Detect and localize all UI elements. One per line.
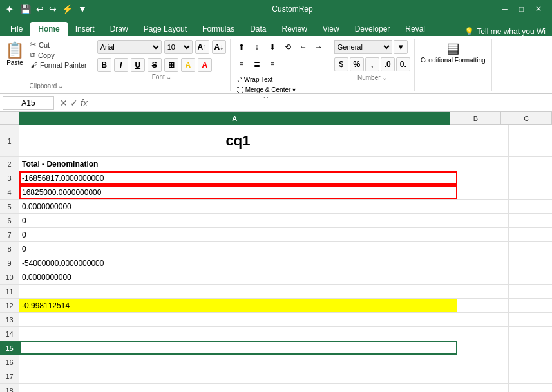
- row-header-10[interactable]: 10: [0, 270, 19, 284]
- thousands-btn[interactable]: ,: [365, 57, 379, 71]
- cell-B6[interactable]: [457, 214, 509, 227]
- cell-C14[interactable]: [509, 327, 552, 341]
- cell-C15[interactable]: [509, 341, 552, 355]
- cell-B9[interactable]: [457, 256, 509, 270]
- row-header-8[interactable]: 8: [0, 242, 19, 256]
- cell-A16[interactable]: [19, 355, 457, 369]
- cell-B1[interactable]: [457, 125, 509, 156]
- cut-button[interactable]: ✂ Cut: [28, 40, 89, 50]
- cell-C1[interactable]: [509, 125, 552, 156]
- cell-A17[interactable]: [19, 369, 457, 383]
- cell-C5[interactable]: [509, 200, 552, 213]
- col-header-B[interactable]: B: [450, 112, 501, 125]
- cell-C6[interactable]: [509, 214, 552, 227]
- save-qat-btn[interactable]: 💾: [19, 4, 32, 14]
- flash-qat-btn[interactable]: ⚡: [61, 4, 74, 14]
- clipboard-expand-icon[interactable]: ⌄: [58, 82, 63, 89]
- align-right-btn[interactable]: ≡: [265, 57, 280, 71]
- cell-C16[interactable]: [509, 355, 552, 369]
- increase-decimal-btn[interactable]: .0: [381, 57, 395, 71]
- row-header-16[interactable]: 16: [0, 355, 19, 369]
- row-header-13[interactable]: 13: [0, 313, 19, 326]
- cell-B3[interactable]: [457, 171, 509, 185]
- cell-C17[interactable]: [509, 369, 552, 383]
- tab-reval[interactable]: Reval: [397, 22, 433, 36]
- tab-insert[interactable]: Insert: [68, 22, 102, 36]
- cell-A5[interactable]: 0.0000000000: [19, 200, 457, 213]
- cell-C10[interactable]: [509, 270, 552, 284]
- align-bottom-btn[interactable]: ⬇: [265, 40, 280, 54]
- cell-A3[interactable]: -16856817.0000000000: [19, 171, 457, 185]
- cell-C8[interactable]: [509, 242, 552, 256]
- row-header-1[interactable]: 1: [0, 125, 19, 156]
- cell-A2[interactable]: Total - Denomination: [19, 157, 457, 171]
- tab-page-layout[interactable]: Page Layout: [136, 22, 195, 36]
- italic-btn[interactable]: I: [114, 58, 128, 72]
- merge-center-dropdown-icon[interactable]: ▾: [292, 86, 296, 93]
- cell-A12[interactable]: -0.998112514: [19, 299, 457, 312]
- cell-C7[interactable]: [509, 228, 552, 241]
- row-header-17[interactable]: 17: [0, 369, 19, 383]
- tab-view[interactable]: View: [315, 22, 347, 36]
- undo-qat-btn[interactable]: ↩: [35, 4, 45, 14]
- cell-B8[interactable]: [457, 242, 509, 256]
- wrap-text-btn[interactable]: ⇌ Wrap Text: [234, 75, 326, 84]
- align-center-btn[interactable]: ≣: [250, 57, 264, 71]
- row-header-11[interactable]: 11: [0, 285, 19, 298]
- cell-B11[interactable]: [457, 285, 509, 298]
- cell-B16[interactable]: [457, 355, 509, 369]
- insert-function-btn[interactable]: fx: [81, 98, 88, 108]
- tab-developer[interactable]: Developer: [347, 22, 398, 36]
- cell-A15[interactable]: [19, 341, 457, 355]
- increase-font-size-btn[interactable]: A↑: [195, 40, 209, 54]
- cell-A14[interactable]: [19, 327, 457, 341]
- cell-C2[interactable]: [509, 157, 552, 171]
- cancel-formula-btn[interactable]: ✕: [60, 98, 68, 108]
- number-format-select[interactable]: General: [334, 40, 392, 54]
- font-family-select[interactable]: Arial: [97, 40, 162, 54]
- tell-me-box[interactable]: 💡 Tell me what you Wi: [458, 27, 552, 36]
- col-header-C[interactable]: C: [501, 112, 552, 125]
- indent-decrease-btn[interactable]: ←: [296, 40, 310, 54]
- conditional-formatting-btn[interactable]: ▤ Conditional Formatting: [421, 40, 486, 64]
- cell-C9[interactable]: [509, 256, 552, 270]
- font-expand-icon[interactable]: ⌄: [166, 73, 171, 80]
- cell-C3[interactable]: [509, 171, 552, 185]
- qat-dropdown-btn[interactable]: ▼: [77, 4, 88, 14]
- accounting-btn[interactable]: $: [334, 57, 348, 71]
- row-header-5[interactable]: 5: [0, 200, 19, 213]
- row-header-18[interactable]: 18: [0, 384, 19, 392]
- formula-input[interactable]: [90, 98, 549, 107]
- cell-B2[interactable]: [457, 157, 509, 171]
- font-size-select[interactable]: 10: [164, 40, 193, 54]
- confirm-formula-btn[interactable]: ✓: [70, 98, 78, 108]
- cell-C11[interactable]: [509, 285, 552, 298]
- row-header-2[interactable]: 2: [0, 157, 19, 171]
- align-middle-btn[interactable]: ↕: [250, 40, 264, 54]
- cell-A4[interactable]: 16825000.0000000000: [19, 185, 457, 199]
- cell-B17[interactable]: [457, 369, 509, 383]
- cell-A18[interactable]: [19, 384, 457, 392]
- fill-color-btn[interactable]: A: [181, 58, 195, 72]
- format-painter-button[interactable]: 🖌 Format Painter: [28, 61, 89, 70]
- align-top-btn[interactable]: ⬆: [234, 40, 249, 54]
- tab-home[interactable]: Home: [30, 22, 67, 36]
- minimize-btn[interactable]: ─: [497, 5, 513, 14]
- maximize-btn[interactable]: □: [514, 5, 529, 14]
- cell-A11[interactable]: [19, 285, 457, 298]
- tab-file[interactable]: File: [3, 22, 30, 36]
- tab-formulas[interactable]: Formulas: [195, 22, 242, 36]
- close-btn[interactable]: ✕: [530, 5, 547, 14]
- cell-B18[interactable]: [457, 384, 509, 392]
- cell-A10[interactable]: 0.0000000000: [19, 270, 457, 284]
- row-header-12[interactable]: 12: [0, 299, 19, 312]
- cell-B12[interactable]: [457, 299, 509, 312]
- align-left-btn[interactable]: ≡: [234, 57, 249, 71]
- cell-B10[interactable]: [457, 270, 509, 284]
- cell-C13[interactable]: [509, 313, 552, 326]
- border-btn[interactable]: ⊞: [164, 58, 178, 72]
- cell-B14[interactable]: [457, 327, 509, 341]
- font-color-btn[interactable]: A: [198, 58, 212, 72]
- tab-review[interactable]: Review: [274, 22, 314, 36]
- bold-btn[interactable]: B: [97, 58, 111, 72]
